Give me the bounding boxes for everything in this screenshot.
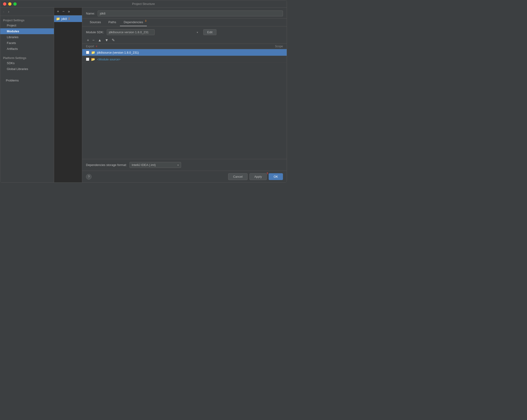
forward-button[interactable]: › xyxy=(7,9,10,14)
format-select-wrapper: IntelliJ IDEA (.iml) Eclipse (.classpath… xyxy=(130,162,181,168)
sidebar: ‹ › Project Settings Project Modules Lib… xyxy=(0,8,54,182)
maximize-button[interactable] xyxy=(13,2,17,6)
name-input[interactable] xyxy=(98,11,283,16)
more-options-button[interactable]: » xyxy=(67,9,71,14)
back-button[interactable]: ‹ xyxy=(2,9,5,14)
module-list: 📁 jdk8 2 xyxy=(54,15,82,182)
sdk-row: Module SDK: jdk8source version 1.8.0_231… xyxy=(82,26,287,37)
cancel-button[interactable]: Cancel xyxy=(228,173,247,180)
tabs-row: Sources Paths Dependencies 3 xyxy=(82,19,287,26)
dependency-toolbar: + − ▲ ▼ ✎ xyxy=(82,37,287,44)
dep-name-jdk8source: jdk8source (version 1.8.0_231) xyxy=(97,51,283,54)
content-area: Name: Sources Paths Dependencies 3 Modul… xyxy=(82,8,287,182)
dep-header-export: Export 4 xyxy=(86,45,260,48)
dep-header-badge: 4 xyxy=(96,45,97,48)
help-button[interactable]: ? xyxy=(86,174,92,180)
remove-module-button[interactable]: − xyxy=(61,9,65,14)
footer: ? Cancel Apply 5 OK xyxy=(82,171,287,182)
minimize-button[interactable] xyxy=(8,2,11,6)
dep-table-header: Export 4 Scope xyxy=(82,44,287,49)
dep-module-icon: 📂 xyxy=(91,57,95,61)
tab-dependencies[interactable]: Dependencies 3 xyxy=(120,19,147,26)
dep-row-jdk8source[interactable]: 📁 jdk8source (version 1.8.0_231) xyxy=(82,49,287,56)
sidebar-item-problems[interactable]: Problems xyxy=(3,77,51,83)
module-toolbar: + − » xyxy=(54,8,82,15)
remove-dep-button[interactable]: − xyxy=(91,38,95,43)
format-select[interactable]: IntelliJ IDEA (.iml) Eclipse (.classpath… xyxy=(130,162,181,168)
tab-paths[interactable]: Paths xyxy=(105,19,120,26)
add-dep-button[interactable]: + xyxy=(86,38,90,43)
window-title: Project Structure xyxy=(132,2,155,6)
dependency-table: Export 4 Scope 📁 jdk8source (version 1.8… xyxy=(82,44,287,159)
window-controls xyxy=(3,2,17,6)
move-dep-down-button[interactable]: ▼ xyxy=(104,38,110,43)
sdk-select[interactable]: jdk8source version 1.8.0_231 xyxy=(107,29,154,35)
footer-left: ? xyxy=(86,174,226,180)
dep-checkbox-jdk8source[interactable] xyxy=(86,51,89,54)
sidebar-item-artifacts[interactable]: Artifacts xyxy=(0,46,54,52)
close-button[interactable] xyxy=(3,2,6,6)
project-structure-window: Project Structure ‹ › Project Settings P… xyxy=(0,0,287,183)
storage-format-label: Dependencies storage format: xyxy=(86,163,127,167)
dep-name-module-source: <Module source> xyxy=(97,58,283,61)
dep-row-module-source[interactable]: 📂 <Module source> xyxy=(82,56,287,63)
apply-btn-wrapper: Apply 5 xyxy=(250,173,267,180)
module-item-jdk8[interactable]: 📁 jdk8 2 xyxy=(54,15,82,22)
sdk-select-wrapper: jdk8source version 1.8.0_231 xyxy=(107,29,200,35)
titlebar: Project Structure xyxy=(0,0,287,8)
problems-section: Problems xyxy=(0,74,54,85)
dep-header-scope: Scope xyxy=(260,45,283,48)
ok-button[interactable]: OK xyxy=(269,173,283,180)
apply-button[interactable]: Apply xyxy=(250,173,267,180)
sidebar-nav: ‹ › xyxy=(0,8,54,16)
move-dep-up-button[interactable]: ▲ xyxy=(97,38,103,43)
sidebar-item-modules[interactable]: Modules xyxy=(0,28,54,34)
name-label: Name: xyxy=(86,12,95,15)
name-row: Name: xyxy=(82,8,287,19)
dep-checkbox-module-source[interactable] xyxy=(86,58,89,61)
tab-sources[interactable]: Sources xyxy=(86,19,105,26)
dep-sdk-icon: 📁 xyxy=(91,51,95,54)
sidebar-item-global-libraries[interactable]: Global Libraries xyxy=(0,66,54,72)
project-settings-title: Project Settings xyxy=(0,18,54,22)
edit-dep-button[interactable]: ✎ xyxy=(111,38,116,43)
sidebar-item-sdks[interactable]: SDKs xyxy=(0,60,54,66)
main-content: ‹ › Project Settings Project Modules Lib… xyxy=(0,8,287,182)
platform-settings-title: Platform Settings xyxy=(0,55,54,60)
tab-dependencies-badge: 3 xyxy=(145,20,146,22)
platform-settings-section: Platform Settings SDKs Global Libraries xyxy=(0,54,54,74)
storage-format-row: Dependencies storage format: IntelliJ ID… xyxy=(82,159,287,171)
edit-sdk-button[interactable]: Edit xyxy=(203,29,216,35)
sidebar-item-project[interactable]: Project xyxy=(0,22,54,28)
sidebar-item-libraries[interactable]: Libraries xyxy=(0,34,54,40)
module-name: jdk8 xyxy=(61,17,67,21)
add-module-button[interactable]: + xyxy=(56,9,60,14)
module-badge: 2 xyxy=(68,17,70,20)
project-settings-section: Project Settings Project Modules Librari… xyxy=(0,16,54,54)
module-panel: + − » 📁 jdk8 2 xyxy=(54,8,82,182)
module-folder-icon: 📁 xyxy=(56,17,60,21)
sidebar-item-facets[interactable]: Facets xyxy=(0,40,54,46)
module-sdk-label: Module SDK: xyxy=(86,31,104,34)
apply-badge: 5 xyxy=(267,172,268,175)
